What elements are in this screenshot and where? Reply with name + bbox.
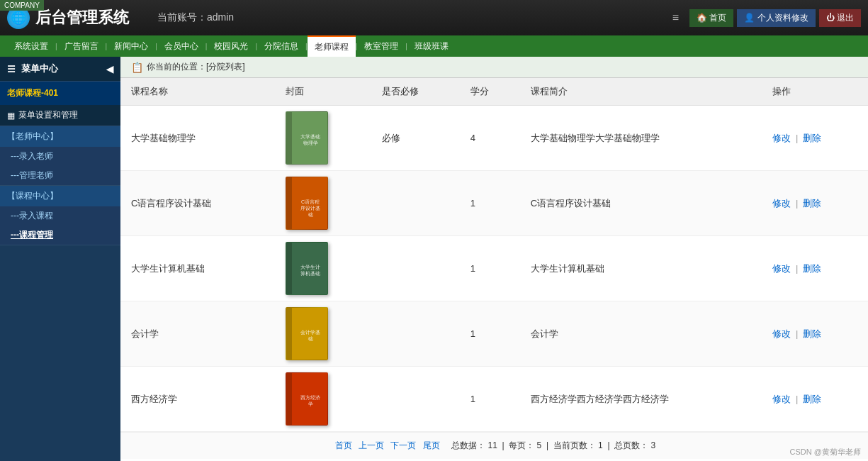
svg-rect-7 xyxy=(286,242,292,295)
profile-button[interactable]: 👤 个人资料修改 xyxy=(737,9,815,27)
sidebar-active-item: 老师课程-401 xyxy=(0,82,120,105)
menu-icon: ≡ xyxy=(672,11,679,24)
course-credits: 4 xyxy=(460,106,520,171)
home-button[interactable]: 🏠 首页 xyxy=(689,9,733,27)
course-description: 西方经济学西方经济学西方经济学 xyxy=(520,367,762,432)
delete-button[interactable]: 删除 xyxy=(803,394,821,404)
breadcrumb-icon: 📋 xyxy=(131,62,143,73)
course-name: 大学基础物理学 xyxy=(120,106,275,171)
svg-rect-13 xyxy=(286,372,292,426)
pagination-per-page: 5 xyxy=(537,440,542,450)
breadcrumb: 📋 你当前的位置：[分院列表] xyxy=(120,57,868,78)
pagination-first[interactable]: 首页 xyxy=(335,440,352,450)
action-separator: | xyxy=(793,198,801,209)
top-nav-item-6[interactable]: 老师课程 xyxy=(308,35,356,57)
sidebar-section-icon: ▦ xyxy=(7,111,15,121)
course-cover: C语言程序设计基础 xyxy=(275,171,372,236)
course-actions: 修改 | 删除 xyxy=(762,171,868,236)
sidebar-header: ☰ 菜单中心 ◀ xyxy=(0,57,120,82)
top-nav-item-7[interactable]: 教室管理 xyxy=(357,35,405,57)
edit-button[interactable]: 修改 xyxy=(772,133,791,143)
course-required: 必修 xyxy=(371,106,459,171)
col-header-name: 课程名称 xyxy=(120,78,275,106)
pagination-next[interactable]: 下一页 xyxy=(390,440,416,450)
course-credits: 1 xyxy=(460,367,520,432)
pagination-current-label: 当前页数： xyxy=(553,440,596,450)
sidebar-link-add-course[interactable]: ---录入课程 xyxy=(0,206,120,226)
header-account: 当前账号：admin xyxy=(157,11,672,24)
action-separator: | xyxy=(793,328,801,339)
edit-button[interactable]: 修改 xyxy=(772,394,791,404)
course-description: 大学生计算机基础 xyxy=(520,236,762,301)
course-cover: 大学基础物理学 xyxy=(275,106,372,171)
action-separator: | xyxy=(793,263,801,274)
course-name: 会计学 xyxy=(120,301,275,367)
sidebar-section-text: 菜单设置和管理 xyxy=(18,109,78,121)
breadcrumb-text: 你当前的位置：[分院列表] xyxy=(147,61,245,73)
company-tag: COMPANY xyxy=(0,0,44,11)
col-header-action: 操作 xyxy=(762,78,868,106)
table-row: 大学基础物理学大学基础物理学必修4大学基础物理学大学基础物理学修改 | 删除 xyxy=(120,106,868,171)
sidebar-course-center: 【课程中心】 ---录入课程 ---课程管理 xyxy=(0,186,120,245)
top-nav-item-2[interactable]: 新闻中心 xyxy=(107,35,155,57)
delete-button[interactable]: 删除 xyxy=(803,133,821,143)
sidebar-link-manage-teacher[interactable]: ---管理老师 xyxy=(0,166,120,185)
sidebar-teacher-center: 【老师中心】 ---录入老师 ---管理老师 xyxy=(0,126,120,186)
table-row: 大学生计算机基础大学生计算机基础1大学生计算机基础修改 | 删除 xyxy=(120,236,868,301)
svg-rect-4 xyxy=(286,177,292,230)
course-table: 课程名称 封面 是否必修 学分 课程简介 操作 大学基础物理学大学基础物理学必修… xyxy=(120,78,868,432)
table-row: 会计学会计学基础1会计学修改 | 删除 xyxy=(120,301,868,367)
header-title: 后台管理系统 xyxy=(35,7,129,28)
footer-note: CSDN @黄菊华老师 xyxy=(790,447,861,457)
top-nav-item-4[interactable]: 校园风光 xyxy=(207,35,255,57)
pagination: 首页 上一页 下一页 尾页 总数据： 11 | 每页： 5 | 当前页数： 1 … xyxy=(120,432,868,459)
course-description: C语言程序设计基础 xyxy=(520,171,762,236)
col-header-cover: 封面 xyxy=(275,78,372,106)
col-header-credits: 学分 xyxy=(460,78,520,106)
course-required xyxy=(371,171,459,236)
course-name: C语言程序设计基础 xyxy=(120,171,275,236)
svg-rect-10 xyxy=(286,307,292,360)
delete-button[interactable]: 删除 xyxy=(803,198,821,209)
pagination-current: 1 xyxy=(598,440,603,450)
course-required xyxy=(371,301,459,367)
course-required xyxy=(371,236,459,301)
top-nav-item-5[interactable]: 分院信息 xyxy=(257,35,305,57)
top-nav-item-3[interactable]: 会员中心 xyxy=(157,35,205,57)
edit-button[interactable]: 修改 xyxy=(772,263,791,274)
table-row: C语言程序设计基础C语言程序设计基础1C语言程序设计基础修改 | 删除 xyxy=(120,171,868,236)
logout-button[interactable]: ⏻ 退出 xyxy=(819,9,861,27)
table-row: 西方经济学西方经济学1西方经济学西方经济学西方经济学修改 | 删除 xyxy=(120,367,868,432)
course-name: 大学生计算机基础 xyxy=(120,236,275,301)
pagination-total-label: 总数据： xyxy=(451,440,485,450)
edit-button[interactable]: 修改 xyxy=(772,328,791,339)
course-name: 西方经济学 xyxy=(120,367,275,432)
delete-button[interactable]: 删除 xyxy=(803,328,821,339)
header-right: ≡ 🏠 首页 👤 个人资料修改 ⏻ 退出 xyxy=(672,9,861,27)
pagination-total: 11 xyxy=(487,440,497,450)
header: 🌐 后台管理系统 当前账号：admin ≡ 🏠 首页 👤 个人资料修改 ⏻ 退出 xyxy=(0,0,868,35)
course-cover: 西方经济学 xyxy=(275,367,372,432)
pagination-last[interactable]: 尾页 xyxy=(423,440,440,450)
top-nav-item-8[interactable]: 班级班课 xyxy=(407,35,456,57)
sidebar-header-label: 菜单中心 xyxy=(21,62,58,75)
col-header-required: 是否必修 xyxy=(371,78,459,106)
edit-button[interactable]: 修改 xyxy=(772,198,791,209)
svg-rect-1 xyxy=(286,111,292,165)
sidebar-icon: ☰ xyxy=(7,64,16,74)
action-separator: | xyxy=(793,394,801,404)
content-area: 📋 你当前的位置：[分院列表] 课程名称 封面 是否必修 学分 课程简介 操作 … xyxy=(120,57,868,461)
course-actions: 修改 | 删除 xyxy=(762,301,868,367)
delete-button[interactable]: 删除 xyxy=(803,263,821,274)
course-cover: 会计学基础 xyxy=(275,301,372,367)
sidebar-collapse-icon[interactable]: ◀ xyxy=(106,64,113,74)
sidebar-link-manage-course[interactable]: ---课程管理 xyxy=(0,226,120,245)
top-nav-item-1[interactable]: 广告留言 xyxy=(57,35,106,57)
pagination-prev[interactable]: 上一页 xyxy=(359,440,384,450)
course-credits: 1 xyxy=(460,301,520,367)
course-center-title: 【课程中心】 xyxy=(0,186,120,206)
course-actions: 修改 | 删除 xyxy=(762,106,868,171)
top-nav-item-0[interactable]: 系统设置 xyxy=(7,35,55,57)
course-description: 会计学 xyxy=(520,301,762,367)
sidebar-link-add-teacher[interactable]: ---录入老师 xyxy=(0,147,120,166)
